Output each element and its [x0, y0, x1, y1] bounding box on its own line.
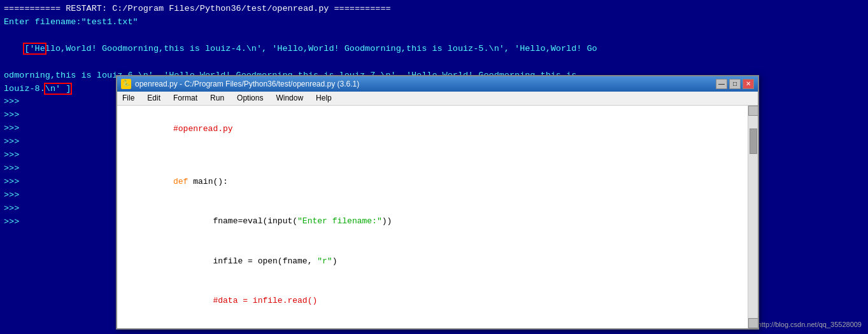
kw-def: def [173, 177, 193, 186]
scroll-up-button[interactable]: ▲ [748, 106, 758, 116]
window-title: openread.py - C:/Program Files/Python36/… [135, 78, 359, 90]
code-fname: fname=eval(input( [173, 216, 297, 226]
bracket-highlight-start: ['He [24, 44, 45, 53]
data-output-line1: ['Hello,World! Goodmorning,this is louiz… [4, 29, 864, 69]
title-bar-left: 🐍 openread.py - C:/Program Files/Python3… [121, 78, 359, 90]
scroll-down-button[interactable]: ▼ [748, 318, 758, 328]
code-line-4: fname=eval(input("Enter filename:")) [124, 202, 741, 242]
code-close-paren: )) [382, 216, 392, 226]
scroll-track [748, 116, 758, 318]
code-editor[interactable]: #openread.py def main(): fname=eval(inpu… [117, 106, 748, 328]
minimize-button[interactable]: — [716, 79, 727, 89]
comment-openread: #openread.py [173, 124, 233, 134]
code-line-2 [124, 149, 741, 162]
menu-format[interactable]: Format [171, 91, 200, 106]
maximize-button[interactable]: □ [729, 79, 741, 89]
code-line-3: def main(): [124, 162, 741, 202]
comment-read: #data = infile.read() [173, 296, 317, 305]
scroll-thumb[interactable] [750, 129, 757, 154]
code-line-1: #openread.py [124, 109, 741, 149]
editor-scrollbar[interactable]: ▲ ▼ [748, 106, 758, 328]
code-line-7: #data = infile.readline() [124, 321, 741, 328]
menu-file[interactable]: File [120, 91, 137, 106]
close-button[interactable]: ✕ [743, 79, 754, 89]
idle-editor-window: 🐍 openread.py - C:/Program Files/Python3… [116, 75, 759, 330]
code-close-open: ) [332, 256, 338, 266]
code-line-5: infile = open(fname, "r") [124, 242, 741, 281]
menu-options[interactable]: Options [234, 91, 266, 106]
menu-edit[interactable]: Edit [145, 91, 163, 106]
title-bar: 🐍 openread.py - C:/Program Files/Python3… [117, 76, 758, 92]
python-icon: 🐍 [121, 79, 131, 89]
menu-window[interactable]: Window [273, 91, 306, 106]
str-enter-filename: "Enter filename:" [297, 216, 382, 226]
code-infile: infile = open(fname, [173, 256, 317, 266]
watermark: http://blog.csdn.net/qq_35528009 [758, 319, 862, 330]
filename-line: Enter filename:"test1.txt" [4, 16, 864, 29]
str-r: "r" [317, 256, 332, 266]
terminal-background: =========== RESTART: C:/Program Files/Py… [0, 0, 868, 334]
fn-main: main(): [193, 177, 228, 186]
menu-run[interactable]: Run [208, 91, 227, 106]
code-line-6: #data = infile.read() [124, 281, 741, 321]
bracket-highlight-end: \n' ] [45, 84, 71, 94]
title-buttons: — □ ✕ [716, 79, 754, 89]
menu-bar: File Edit Format Run Options Window Help [117, 92, 758, 106]
restart-line: =========== RESTART: C:/Program Files/Py… [4, 3, 864, 16]
editor-area: #openread.py def main(): fname=eval(inpu… [117, 106, 758, 328]
menu-help[interactable]: Help [313, 91, 334, 106]
